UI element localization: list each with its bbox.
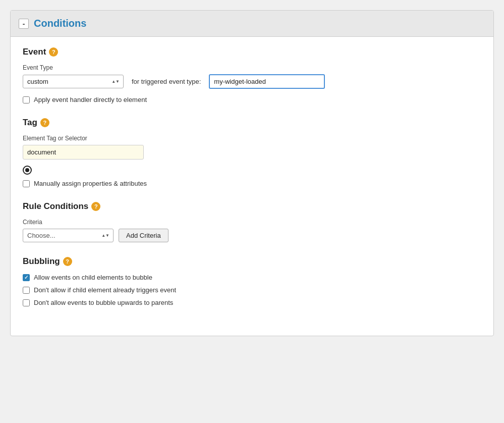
panel-title: Conditions — [34, 18, 86, 29]
event-type-label: Event Type — [23, 64, 481, 71]
tag-help-icon[interactable]: ? — [40, 118, 49, 127]
criteria-select-wrapper: Choose... Page URL Cookie Variable — [23, 229, 114, 242]
dont-allow-upward-label: Don't allow events to bubble upwards to … — [34, 299, 173, 306]
event-help-icon[interactable]: ? — [49, 47, 58, 57]
event-section-title: Event ? — [23, 47, 481, 57]
panel-body: Event ? Event Type custom click load cha… — [11, 37, 493, 336]
criteria-row: Choose... Page URL Cookie Variable Add C… — [23, 229, 481, 242]
manually-assign-checkbox[interactable] — [23, 180, 30, 187]
conditions-panel: - Conditions Event ? Event Type custom c… — [10, 10, 494, 336]
dont-allow-upward-row: Don't allow events to bubble upwards to … — [23, 299, 481, 306]
bubbling-section-title: Bubbling ? — [23, 256, 481, 267]
apply-handler-row: Apply event handler directly to element — [23, 96, 481, 103]
apply-handler-checkbox[interactable] — [23, 96, 30, 103]
triggered-event-input[interactable] — [209, 74, 325, 89]
tag-section: Tag ? Element Tag or Selector Manually a… — [23, 118, 481, 187]
rule-conditions-help-icon[interactable]: ? — [91, 202, 100, 211]
tag-field-label: Element Tag or Selector — [23, 135, 481, 142]
allow-bubble-checkbox[interactable] — [23, 274, 30, 281]
radio-selected-icon[interactable] — [23, 166, 32, 175]
dont-allow-if-checkbox[interactable] — [23, 287, 30, 294]
collapse-button[interactable]: - — [19, 19, 29, 29]
bubbling-help-icon[interactable]: ? — [63, 257, 72, 266]
tag-section-title: Tag ? — [23, 118, 481, 128]
manually-assign-label: Manually assign properties & attributes — [34, 180, 147, 187]
add-criteria-button[interactable]: Add Criteria — [119, 229, 169, 242]
panel-header: - Conditions — [11, 11, 493, 37]
apply-handler-label: Apply event handler directly to element — [34, 96, 147, 103]
dont-allow-if-row: Don't allow if child element already tri… — [23, 286, 481, 294]
dont-allow-if-label: Don't allow if child element already tri… — [34, 286, 176, 294]
tag-input[interactable] — [23, 145, 144, 160]
triggered-label: for triggered event type: — [132, 78, 201, 85]
manually-assign-row: Manually assign properties & attributes — [23, 180, 481, 187]
allow-bubble-row: Allow events on child elements to bubble — [23, 274, 481, 281]
dont-allow-upward-checkbox[interactable] — [23, 299, 30, 306]
rule-conditions-title: Rule Conditions ? — [23, 201, 481, 212]
event-type-select[interactable]: custom click load change submit — [23, 75, 124, 88]
criteria-label: Criteria — [23, 219, 481, 226]
bubbling-section: Bubbling ? Allow events on child element… — [23, 256, 481, 306]
rule-conditions-section: Rule Conditions ? Criteria Choose... Pag… — [23, 201, 481, 242]
radio-row — [23, 166, 481, 175]
event-section: Event ? Event Type custom click load cha… — [23, 47, 481, 103]
event-row: custom click load change submit for trig… — [23, 74, 481, 89]
criteria-select[interactable]: Choose... Page URL Cookie Variable — [23, 229, 114, 242]
event-type-select-wrapper: custom click load change submit — [23, 75, 124, 88]
allow-bubble-label: Allow events on child elements to bubble — [34, 274, 152, 281]
